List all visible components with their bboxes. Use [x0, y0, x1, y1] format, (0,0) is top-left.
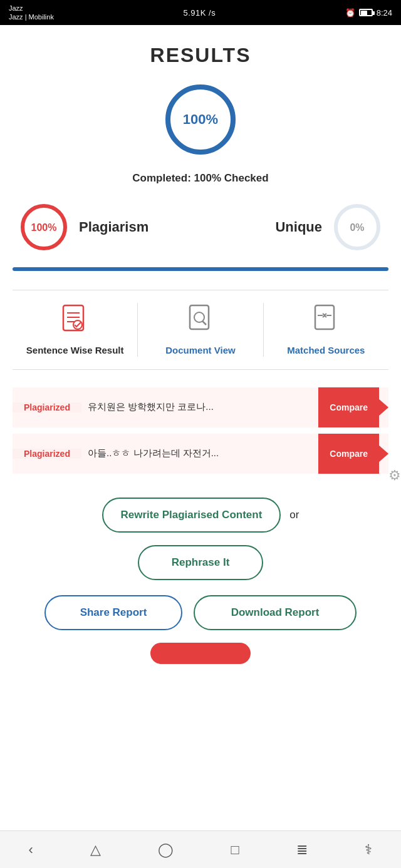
plagiarism-stat: 100% Plagiarism: [19, 202, 148, 252]
share-report-button[interactable]: Share Report: [44, 595, 182, 630]
svg-text:0%: 0%: [350, 222, 364, 233]
carrier-sub: Jazz | Mobilink: [9, 13, 54, 21]
compare-btn-wrapper-2: Compare ⚙: [318, 434, 388, 474]
carrier-name: Jazz: [9, 4, 54, 13]
report-row: Share Report Download Report: [13, 595, 388, 630]
carrier-info: Jazz Jazz | Mobilink: [9, 4, 54, 22]
plagiarized-row-2: Plagiarized 아들..ㅎㅎ 나가려는데 자전거... Compare …: [13, 434, 388, 474]
or-text: or: [289, 509, 299, 521]
page-title: RESULTS: [150, 44, 251, 67]
unique-circle: 0%: [332, 202, 382, 252]
sentence-wise-option[interactable]: Sentence Wise Result: [13, 303, 138, 357]
time-display: 8:24: [377, 8, 392, 18]
gear-icon: ⚙: [388, 467, 401, 485]
view-options: Sentence Wise Result Document View Match…: [13, 290, 388, 370]
alarm-icon: ⏰: [345, 8, 355, 18]
document-view-icon: [184, 303, 217, 337]
compare-arrow-2: [378, 445, 388, 462]
completed-text: Completed: 100% Checked: [132, 172, 268, 185]
plagiarized-badge-1: Plagiarized: [13, 402, 81, 412]
matched-sources-option[interactable]: Matched Sources: [264, 303, 388, 357]
sentence-wise-label: Sentence Wise Result: [26, 344, 124, 357]
plagiarized-section: Plagiarized 유치원은 방학했지만 코로나... Compare Pl…: [13, 387, 388, 480]
compare-arrow-1: [378, 399, 388, 416]
stats-row: 100% Plagiarism Unique 0%: [13, 202, 388, 252]
document-view-label: Document View: [165, 344, 235, 357]
svg-text:100%: 100%: [183, 111, 218, 127]
nav-back[interactable]: ‹: [29, 842, 33, 858]
main-content: RESULTS 100% Completed: 100% Checked 100…: [0, 25, 401, 830]
download-report-button[interactable]: Download Report: [194, 595, 357, 630]
nav-triangle[interactable]: △: [90, 842, 101, 858]
bottom-nav: ‹ △ ◯ □ ≣ ⚕: [0, 830, 401, 868]
svg-line-16: [202, 321, 206, 325]
compare-btn-wrapper-1: Compare: [318, 387, 388, 427]
plagiarism-label: Plagiarism: [79, 219, 148, 235]
nav-home[interactable]: ◯: [158, 842, 174, 858]
network-speed: 5.91K /s: [183, 8, 216, 18]
plagiarized-badge-2: Plagiarized: [13, 449, 81, 459]
nav-square[interactable]: □: [231, 842, 239, 858]
nav-accessibility[interactable]: ⚕: [365, 842, 372, 858]
plagiarized-text-2: 아들..ㅎㅎ 나가려는데 자전거...: [81, 440, 318, 467]
battery-icon: [359, 9, 373, 16]
svg-text:100%: 100%: [31, 222, 57, 233]
rephrase-button[interactable]: Rephrase It: [138, 545, 264, 580]
matched-sources-label: Matched Sources: [287, 344, 365, 357]
svg-rect-14: [190, 305, 209, 329]
main-progress-circle: 100%: [163, 82, 238, 160]
rewrite-button[interactable]: Rewrite Plagiarised Content: [102, 498, 281, 533]
plagiarized-row: Plagiarized 유치원은 방학했지만 코로나... Compare: [13, 387, 388, 427]
plagiarized-text-1: 유치원은 방학했지만 코로나...: [81, 394, 318, 421]
nav-menu[interactable]: ≣: [296, 842, 308, 858]
unique-stat: Unique 0%: [275, 202, 382, 252]
document-view-option[interactable]: Document View: [138, 303, 263, 357]
rewrite-row: Rewrite Plagiarised Content or: [13, 498, 388, 533]
svg-rect-17: [315, 305, 334, 329]
plagiarism-circle: 100%: [19, 202, 69, 252]
status-right: ⏰ 8:24: [345, 8, 392, 18]
status-bar: Jazz Jazz | Mobilink 5.91K /s ⏰ 8:24: [0, 0, 401, 25]
compare-button-2[interactable]: Compare: [318, 434, 379, 474]
sentence-wise-icon: [58, 303, 92, 337]
compare-button-1[interactable]: Compare: [318, 387, 379, 427]
divider-bar: [13, 267, 388, 271]
unique-label: Unique: [275, 219, 322, 235]
matched-sources-icon: [309, 303, 343, 337]
partial-button: [150, 643, 251, 664]
action-section: Rewrite Plagiarised Content or Rephrase …: [13, 498, 388, 580]
